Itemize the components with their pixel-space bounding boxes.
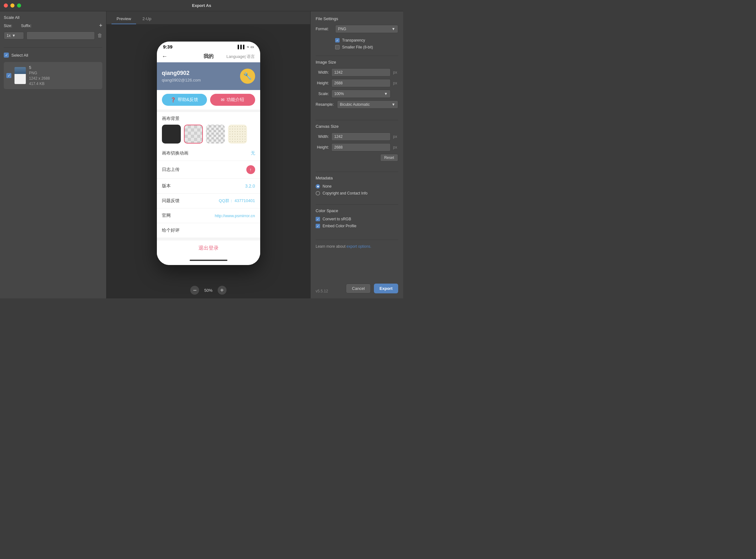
metadata-copyright-label: Copyright and Contact Info bbox=[323, 191, 368, 196]
minimize-button[interactable] bbox=[10, 3, 15, 7]
format-select[interactable]: PNG ▼ bbox=[335, 25, 398, 33]
file-list-item[interactable]: ✓ 5 PNG 1242 x 2688 417.4 KB bbox=[4, 62, 102, 89]
format-value: PNG bbox=[338, 27, 346, 31]
log-row[interactable]: 日志上传 ↑ bbox=[157, 161, 260, 179]
image-size-title: Image Size bbox=[316, 60, 398, 65]
zoom-in-button[interactable]: + bbox=[218, 286, 226, 295]
website-row[interactable]: 官网 http://www.psmirror.cn bbox=[157, 208, 260, 223]
left-panel: Scale All Size: Suffix: + 1x ▼ 🗑 ✓ Selec… bbox=[0, 11, 106, 298]
version-value: 3.2.0 bbox=[245, 183, 255, 188]
divider4 bbox=[316, 204, 398, 205]
file-checkbox[interactable]: ✓ bbox=[6, 73, 11, 78]
convert-srgb-checkbox[interactable]: ✓ bbox=[316, 217, 320, 221]
profile-icon: 🔧 bbox=[240, 69, 255, 84]
phone-nav: ← 我的 Language| 语言 bbox=[157, 51, 260, 62]
canvas-width-input[interactable] bbox=[331, 133, 391, 141]
help-feedback-button[interactable]: ❓ 帮助&反馈 bbox=[162, 94, 207, 106]
radio-inner bbox=[317, 186, 319, 187]
zoom-out-button[interactable]: − bbox=[190, 286, 199, 295]
image-width-input[interactable] bbox=[331, 68, 391, 76]
canvas-size-title: Canvas Size bbox=[316, 124, 398, 129]
size-suffix-row: Size: Suffix: + bbox=[4, 22, 102, 29]
file-size: 417.4 KB bbox=[29, 82, 100, 86]
canvas-option-grid[interactable] bbox=[184, 125, 203, 143]
metadata-none-row[interactable]: None bbox=[316, 184, 398, 188]
canvas-height-input[interactable] bbox=[331, 143, 391, 151]
rate-label: 给个好评 bbox=[162, 228, 179, 233]
phone-content: qiang0902 qiang0902@126.com 🔧 ❓ 帮助&反馈 ✉ bbox=[157, 62, 260, 265]
resample-select[interactable]: Bicubic Automatic ▼ bbox=[337, 100, 398, 109]
close-button[interactable] bbox=[4, 3, 8, 7]
tabs-bar: Preview 2-Up bbox=[106, 11, 310, 25]
canvas-option-checker[interactable] bbox=[206, 125, 225, 143]
logout-label: 退出登录 bbox=[198, 245, 219, 250]
feature-intro-button[interactable]: ✉ 功能介绍 bbox=[210, 94, 255, 106]
file-info: 5 PNG 1242 x 2688 417.4 KB bbox=[29, 65, 100, 86]
select-all-row[interactable]: ✓ Select All bbox=[4, 50, 102, 60]
canvas-height-unit: px bbox=[393, 145, 398, 150]
tab-preview[interactable]: Preview bbox=[111, 14, 136, 24]
file-number: 5 bbox=[29, 65, 100, 70]
smaller-file-checkbox[interactable] bbox=[335, 45, 340, 49]
cancel-button[interactable]: Cancel bbox=[346, 284, 370, 293]
metadata-none-radio[interactable] bbox=[316, 184, 320, 188]
feature-icon: ✉ bbox=[221, 97, 224, 102]
animation-row[interactable]: 画布切换动画 无 bbox=[157, 146, 260, 161]
logout-button[interactable]: 退出登录 bbox=[157, 241, 260, 256]
transparency-row[interactable]: ✓ Transparency bbox=[335, 38, 398, 43]
smaller-file-row[interactable]: Smaller File (8-bit) bbox=[335, 45, 398, 49]
metadata-copyright-row[interactable]: Copyright and Contact Info bbox=[316, 191, 398, 196]
format-row: Format: PNG ▼ bbox=[316, 25, 398, 33]
feature-label: 功能介绍 bbox=[226, 97, 244, 103]
canvas-size-section: Canvas Size Width: px Height: px Reset bbox=[316, 124, 398, 165]
image-width-row: Width: px bbox=[316, 68, 398, 76]
export-button[interactable]: Export bbox=[374, 284, 398, 293]
phone-nav-lang: Language| 语言 bbox=[226, 54, 255, 60]
scale-dropdown-value: 100% bbox=[334, 92, 344, 96]
file-thumbnail bbox=[15, 67, 26, 84]
website-value: http://www.psmirror.cn bbox=[215, 214, 255, 218]
phone-status-bar: 9:39 ▌▌▌ ≈ ▭ bbox=[157, 42, 260, 51]
embed-profile-checkbox[interactable]: ✓ bbox=[316, 224, 320, 228]
format-chevron-icon: ▼ bbox=[392, 27, 395, 31]
select-all-checkbox[interactable]: ✓ bbox=[4, 52, 9, 58]
add-scale-button[interactable]: + bbox=[99, 22, 102, 29]
canvas-height-label: Height: bbox=[316, 145, 329, 150]
center-panel: Preview 2-Up 9:39 ▌▌▌ ≈ ▭ ← 我的 bbox=[106, 11, 310, 298]
feedback-row[interactable]: 问题反馈 QQ群： 437710401 bbox=[157, 194, 260, 208]
rate-row[interactable]: 给个好评 bbox=[157, 223, 260, 238]
scale-chevron-icon: ▼ bbox=[12, 33, 16, 38]
embed-profile-row[interactable]: ✓ Embed Color Profile bbox=[316, 224, 398, 228]
image-height-unit: px bbox=[393, 81, 398, 85]
signal-icon: ▌▌▌ bbox=[238, 45, 246, 49]
convert-srgb-row[interactable]: ✓ Convert to sRGB bbox=[316, 217, 398, 221]
canvas-option-black[interactable] bbox=[162, 125, 181, 143]
suffix-input[interactable] bbox=[26, 31, 95, 40]
learn-more-prefix: Learn more about bbox=[316, 244, 346, 249]
scale-row: Scale: 100% ▼ bbox=[316, 90, 398, 98]
scale-select[interactable]: 1x ▼ bbox=[4, 32, 24, 39]
learn-more-link[interactable]: export options. bbox=[346, 244, 371, 249]
delete-scale-button[interactable]: 🗑 bbox=[97, 33, 102, 38]
file-settings-title: File Settings bbox=[316, 16, 398, 21]
divider5 bbox=[316, 240, 398, 240]
smaller-file-label: Smaller File (8-bit) bbox=[342, 45, 373, 49]
scale-dropdown[interactable]: 100% ▼ bbox=[331, 90, 391, 98]
reset-button[interactable]: Reset bbox=[380, 154, 398, 161]
resample-row: Resample: Bicubic Automatic ▼ bbox=[316, 100, 398, 109]
battery-icon: ▭ bbox=[251, 45, 254, 49]
canvas-option-dots[interactable] bbox=[228, 125, 247, 143]
version-row[interactable]: 版本 3.2.0 bbox=[157, 179, 260, 194]
file-dimensions: 1242 x 2688 bbox=[29, 76, 100, 81]
image-height-input[interactable] bbox=[331, 79, 391, 87]
transparency-checkbox[interactable]: ✓ bbox=[335, 38, 340, 43]
home-indicator bbox=[157, 256, 260, 265]
size-label: Size: bbox=[4, 24, 12, 28]
metadata-copyright-radio[interactable] bbox=[316, 191, 320, 196]
select-all-label: Select All bbox=[11, 53, 28, 58]
format-label: Format: bbox=[316, 27, 331, 31]
titlebar-buttons bbox=[4, 3, 21, 7]
tab-two-up[interactable]: 2-Up bbox=[137, 14, 156, 24]
image-height-label: Height: bbox=[316, 81, 329, 85]
maximize-button[interactable] bbox=[17, 3, 21, 7]
